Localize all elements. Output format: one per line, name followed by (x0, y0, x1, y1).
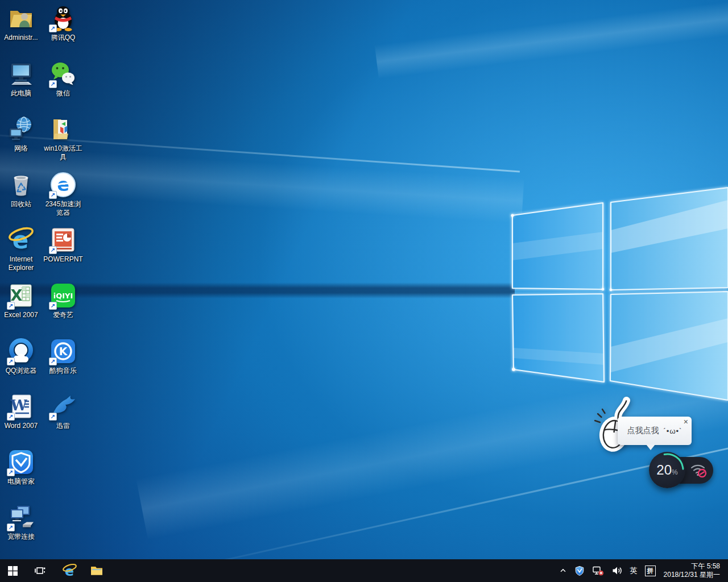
task-view-button[interactable] (27, 559, 52, 582)
desktop-icon-network[interactable]: 网络 (0, 115, 42, 153)
light-beam (375, 1, 728, 79)
taskbar-file-explorer[interactable] (84, 559, 109, 582)
desktop-icon-qq-browser[interactable]: ↗ QQ浏览器 (0, 338, 42, 375)
shortcut-arrow-icon: ↗ (7, 523, 15, 531)
shortcut-arrow-icon: ↗ (49, 191, 57, 199)
tray-network-disconnected[interactable] (590, 559, 606, 582)
boost-ball[interactable]: 20 % (649, 452, 685, 488)
desktop-icon-recycle-bin[interactable]: 回收站 (0, 171, 42, 209)
taskbar-clock[interactable]: 下午 5:58 2018/12/31 星期一 (661, 562, 723, 579)
desktop-icon-excel-2007[interactable]: X ↗ Excel 2007 (0, 282, 42, 319)
computer-monitor-icon (7, 60, 35, 88)
windows-logo-wallpaper (500, 176, 728, 415)
shortcut-arrow-icon: ↗ (49, 24, 57, 32)
desktop-icon-tencent-qq[interactable]: ↗ 腾讯QQ (42, 5, 84, 42)
close-icon[interactable]: × (684, 418, 688, 426)
icon-label: 电脑管家 (7, 477, 35, 486)
tray-ime-indicator[interactable]: 拼 (643, 559, 657, 582)
recycle-bin-icon (7, 171, 35, 198)
desktop-icon-xunlei[interactable]: ↗ 迅雷 (42, 393, 84, 430)
start-button[interactable] (0, 559, 25, 582)
user-folder-icon (7, 5, 35, 32)
icon-label: 2345加速浏览器 (42, 200, 84, 217)
icon-label: 爱奇艺 (53, 311, 73, 319)
desktop-icon-iqiyi[interactable]: iQIYI ↗ 爱奇艺 (42, 282, 84, 319)
taskbar-internet-explorer[interactable]: e (57, 559, 82, 582)
desktop-icon-pc-manager[interactable]: ↗ 电脑管家 (0, 448, 42, 486)
icon-label: 腾讯QQ (51, 34, 76, 42)
clock-date: 2018/12/31 星期一 (664, 571, 720, 579)
boost-progress-arc (649, 452, 685, 488)
icon-label: POWERPNT (43, 255, 82, 264)
desktop-icon-administrator[interactable]: Administr... (0, 5, 42, 42)
promo-popup-bubble[interactable]: 点我点我 ´•ω•` × (618, 417, 692, 445)
icon-label: 网络 (14, 144, 28, 153)
icon-label: Word 2007 (5, 422, 38, 430)
desktop-icon-word-2007[interactable]: W ↗ Word 2007 (0, 393, 42, 430)
system-tray: 英 拼 下午 5:58 2018/12/31 星期一 (557, 559, 728, 582)
desktop-icon-broadband[interactable]: ↗ 宽带连接 (0, 504, 42, 541)
wifi-disabled-icon (690, 463, 707, 478)
desktop-icon-kugou[interactable]: K ↗ 酷狗音乐 (42, 338, 84, 375)
promo-text: 点我点我 (627, 426, 659, 436)
shortcut-arrow-icon: ↗ (49, 357, 57, 365)
svg-text:W: W (10, 397, 27, 414)
icon-label: win10激活工具 (42, 144, 84, 161)
icon-label: QQ浏览器 (6, 367, 37, 375)
shortcut-arrow-icon: ↗ (7, 302, 15, 310)
icon-label: 此电脑 (11, 89, 31, 98)
icon-label: 迅雷 (56, 422, 70, 430)
file-explorer-folder-icon (90, 564, 104, 577)
desktop-wallpaper (0, 0, 728, 559)
icon-label: 宽带连接 (7, 533, 35, 541)
icon-label: 微信 (56, 89, 70, 98)
desktop-icon-internet-explorer[interactable]: e Internet Explorer (0, 226, 42, 272)
icon-label: Administr... (4, 34, 38, 42)
ime-pinyin-label: 拼 (645, 566, 656, 576)
icon-label: Excel 2007 (4, 311, 38, 319)
desktop-icon-powerpoint[interactable]: ↗ POWERPNT (42, 226, 84, 264)
shortcut-arrow-icon: ↗ (7, 468, 15, 476)
network-globe-icon (7, 115, 35, 143)
tray-language-indicator[interactable]: 英 (628, 559, 639, 582)
shortcut-arrow-icon: ↗ (7, 413, 15, 421)
desktop-icon-win10-activation-tool[interactable]: win10激活工具 (42, 115, 84, 161)
internet-explorer-icon: e (62, 563, 77, 579)
tray-show-hidden-icons[interactable] (557, 559, 569, 582)
tray-pc-manager[interactable] (573, 559, 586, 582)
shortcut-arrow-icon: ↗ (49, 80, 57, 88)
promo-kaomoji: ´•ω•` (664, 427, 682, 435)
folder-with-tool-icon (49, 115, 77, 143)
icon-label: 回收站 (11, 200, 31, 209)
task-view-icon (34, 565, 46, 576)
shortcut-arrow-icon: ↗ (49, 413, 57, 421)
shield-icon (574, 566, 585, 576)
svg-text:K: K (59, 345, 68, 357)
tray-volume[interactable] (610, 559, 624, 582)
network-error-icon (592, 565, 604, 576)
desktop[interactable]: Administr... ↗ 腾讯QQ 此电脑 (0, 0, 728, 582)
shortcut-arrow-icon: ↗ (49, 246, 57, 254)
clock-time: 下午 5:58 (664, 562, 720, 571)
speaker-icon (611, 565, 623, 576)
chevron-up-icon (559, 567, 567, 575)
icon-label: 酷狗音乐 (49, 367, 77, 375)
windows-start-icon (8, 566, 18, 576)
icon-label: Internet Explorer (0, 255, 42, 272)
language-label: 英 (630, 566, 638, 576)
desktop-icon-2345-browser[interactable]: e ↗ 2345加速浏览器 (42, 171, 84, 217)
desktop-icon-wechat[interactable]: ↗ 微信 (42, 60, 84, 98)
shortcut-arrow-icon: ↗ (49, 302, 57, 310)
desktop-icon-this-pc[interactable]: 此电脑 (0, 60, 42, 98)
internet-explorer-icon: e (7, 226, 35, 253)
shortcut-arrow-icon: ↗ (7, 357, 15, 365)
svg-text:iQIYI: iQIYI (53, 292, 73, 300)
taskbar: e (0, 559, 728, 582)
